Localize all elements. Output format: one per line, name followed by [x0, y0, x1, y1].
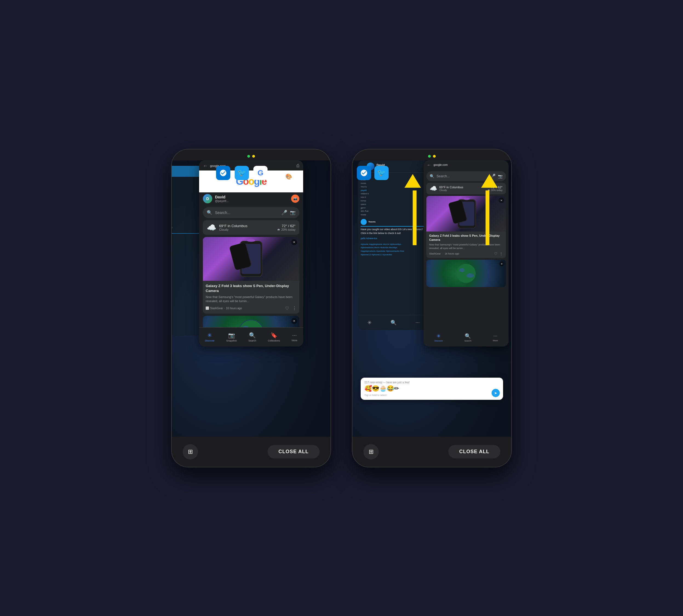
phone2-nav-search[interactable]: 🔍 Search	[465, 333, 471, 342]
phone2-news-title: Galaxy Z Fold 3 leaks show S Pen, Under-…	[429, 234, 503, 242]
phone2-nav-more[interactable]: ··· More	[493, 333, 498, 342]
news-card-1[interactable]: × Galaxy Z Fold 3 leaks show S Pen, Unde…	[203, 237, 299, 314]
grid-button-2[interactable]: ⊞	[363, 444, 379, 460]
phone2-more-nav-label: More	[493, 339, 498, 342]
phone2-lens-icon[interactable]: 📷	[498, 174, 503, 178]
more-nav-label: More	[292, 339, 297, 342]
phone2-top-bar	[353, 149, 511, 160]
phone2-news-card[interactable]: × Galaxy Z Fold 3 leaks show S Pen, Unde…	[426, 196, 506, 258]
phone2-tweet-hashtags: #iphone #appleiphone #ios14 #iphonetips#…	[361, 243, 426, 257]
bottom-nav: ✳ Discover 📷 Snapshot 🔍 Search 🔖 Collect…	[199, 327, 303, 347]
nav-collections[interactable]: 🔖 Collections	[268, 332, 280, 342]
phone2-top-apps: 🐦	[357, 166, 389, 180]
twitter-nav-2[interactable]: 🔍	[390, 320, 397, 326]
search-nav-label: Search	[249, 339, 256, 342]
phone1-google-card[interactable]: ← google.com ⎙ Google 🎨 D David @payett.…	[199, 160, 303, 347]
search-bar[interactable]: 🔍 Search... 🎤 📷	[203, 207, 299, 218]
snapshot-icon: 📷	[228, 332, 235, 338]
news-close-btn[interactable]: ×	[291, 239, 297, 245]
phone2-weather: ☁️ 69°F in Columbus Cloudy 72° / 62° 🌧20…	[426, 183, 506, 194]
phone2-weather-left: ☁️ 69°F in Columbus Cloudy	[430, 185, 463, 192]
discover-icon: ✳	[207, 332, 212, 338]
google-app-icon[interactable]: G	[253, 166, 268, 180]
svg-point-14	[466, 273, 474, 278]
phone2-news-time: 16 hours ago	[445, 252, 459, 255]
edge-app-icon[interactable]	[216, 166, 230, 180]
like-icon[interactable]: ♡	[285, 306, 289, 311]
search-bar-icon: 🔍	[207, 210, 212, 215]
profile-pic-corner: 📷	[291, 195, 299, 203]
phone1-dot-green	[247, 155, 250, 158]
search-bar-text: Search...	[215, 211, 278, 215]
grid-button-1[interactable]: ⊞	[183, 444, 198, 460]
phone2-dot-green	[428, 155, 431, 158]
svg-point-12	[456, 264, 476, 283]
phone2-news-source: SlashGear	[429, 252, 441, 255]
phone2-mic-icon[interactable]: 🎤	[490, 174, 496, 179]
phone2-twitter-icon[interactable]: 🐦	[375, 166, 389, 180]
phone-1: 🐦 G Google A NUC small meas YouTu payett…	[172, 149, 330, 467]
search-nav-icon: 🔍	[249, 332, 256, 338]
mic-icon[interactable]: 🎤	[281, 210, 287, 216]
news-content-1: Galaxy Z Fold 3 leaks show S Pen, Under-…	[203, 281, 299, 314]
weather-city: 69°F in Columbus	[219, 224, 247, 228]
news-actions[interactable]: ♡ ⋮	[285, 306, 297, 311]
phone2-search-nav-icon: 🔍	[465, 333, 471, 339]
close-all-button-1[interactable]: CLOSE ALL	[268, 445, 320, 458]
phone2-weather-precip: 🌧20% today	[488, 189, 503, 192]
weather-temp: 72° / 62°	[277, 224, 296, 228]
phone2-news-image	[426, 196, 506, 232]
phone2-earth-svg	[450, 262, 483, 284]
weather-right: 72° / 62° 🌧 20% today	[277, 224, 296, 231]
close-all-button-2[interactable]: CLOSE ALL	[448, 445, 500, 458]
phone2-earth-card[interactable]: ×	[426, 260, 506, 287]
profile-info: David @payett...	[215, 195, 229, 202]
weather-widget: ☁️ 69°F in Columbus Cloudy 72° / 62° 🌧 2…	[203, 220, 299, 235]
twitter-app-icon[interactable]: 🐦	[235, 166, 249, 180]
phone2-twitter-content: A NUC small meas YouTu payett visited b …	[358, 173, 429, 259]
phone2-more-icon[interactable]: ⋮	[499, 251, 503, 256]
phone2-back-icon[interactable]: ←	[427, 162, 431, 168]
nav-search[interactable]: 🔍 Search	[249, 332, 256, 342]
nav-discover[interactable]: ✳ Discover	[205, 332, 214, 342]
phone2-reply-subtitle: Tap or hold to select	[364, 394, 499, 397]
phone2-reply-box[interactable]: 217 new emoji — here are just a few! 🥰😎🧁…	[361, 378, 503, 400]
profile-handle: @payett...	[215, 199, 229, 202]
phone2-card-header: ← google.com	[424, 160, 509, 170]
nav-snapshot[interactable]: 📷 Snapshot	[226, 332, 237, 342]
weather-icon: ☁️	[207, 223, 216, 232]
phone1-top-bar	[172, 149, 330, 160]
weather-left: ☁️ 69°F in Columbus Cloudy	[207, 223, 247, 232]
svg-point-13	[459, 268, 465, 272]
phone2-weather-right: 72° / 62° 🌧20% today	[488, 185, 503, 192]
twitter-nav-1[interactable]: ✳	[367, 320, 371, 326]
phone2-search-bar[interactable]: 🔍 Search... 🎤 📷	[426, 171, 506, 181]
phone2-weather-city: 69°F in Columbus	[439, 185, 463, 189]
phone2-news-close[interactable]: ×	[499, 198, 504, 203]
weather-condition: Cloudy	[219, 228, 247, 231]
news-title-1: Galaxy Z Fold 3 leaks show S Pen, Under-…	[206, 284, 297, 293]
earth-close-btn[interactable]: ×	[291, 318, 297, 324]
phone2-nav-discover[interactable]: ✳ Discover	[434, 333, 443, 342]
phone2-news-meta: SlashGear · 16 hours ago ♡ ⋮	[429, 251, 503, 256]
phone2-edge-icon[interactable]	[357, 166, 371, 180]
phone2-search-text: Search...	[436, 174, 488, 178]
phone2-url: google.com	[433, 163, 448, 167]
phone2-bottom-nav: ✳ Discover 🔍 Search ··· More	[424, 329, 509, 347]
nav-more[interactable]: ··· More	[292, 332, 297, 342]
more-icon[interactable]: ⋮	[292, 306, 297, 311]
twitter-nav-3[interactable]: ···	[415, 320, 420, 325]
phone1-bottom-bar: ⊞ CLOSE ALL	[172, 437, 330, 467]
svg-point-2	[247, 239, 255, 242]
lens-icon[interactable]: 📷	[290, 210, 296, 215]
weather-info: 69°F in Columbus Cloudy	[219, 224, 247, 231]
phone2-send-btn[interactable]: ➤	[492, 389, 500, 397]
phone2-like-icon[interactable]: ♡	[494, 251, 497, 256]
phone2-twitter-card[interactable]: ← David @payett... A NUC small meas YouT…	[358, 160, 429, 330]
google-label: Google	[272, 171, 286, 175]
phone2-more-nav-icon: ···	[493, 333, 497, 339]
phone2-screen: 🐦 ← David @payett...	[353, 160, 511, 437]
news-image-1	[203, 237, 299, 281]
weather-precip: 🌧 20% today	[277, 228, 296, 231]
phone2-google-card[interactable]: ← google.com 🔍 Search... 🎤 📷 ☁️ 69°F in …	[424, 160, 509, 347]
